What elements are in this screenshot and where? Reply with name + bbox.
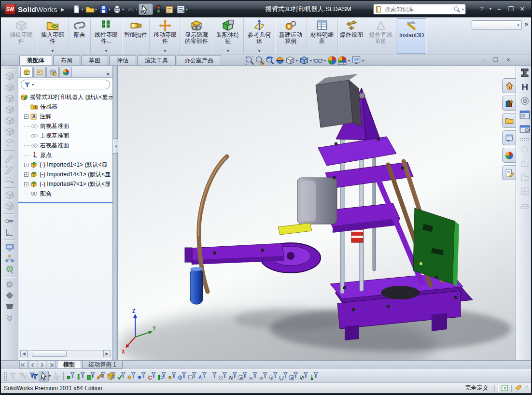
ribbon-button-2[interactable]: 配合 [69, 18, 91, 54]
tree-item-8[interactable]: +(-) Imported14<1> (默认<显 [19, 169, 112, 179]
ribbon-button-9[interactable]: 新建运动算例 [275, 18, 307, 54]
command-tab-1[interactable]: 布局 [53, 55, 80, 65]
resize-grip-icon[interactable]: ⠿ [525, 386, 528, 391]
minimize-button[interactable]: – [493, 3, 505, 14]
wire-cube-6-icon[interactable] [4, 127, 15, 137]
command-tab-5[interactable]: 办公室产品 [177, 55, 221, 65]
ribbon-combobox[interactable]: ▾ [472, 20, 522, 30]
dropdown-arrow-icon[interactable]: ▾ [95, 7, 97, 12]
ribbon-button-11[interactable]: 爆炸视图 [338, 18, 365, 54]
dropdown-arrow-icon[interactable]: ▾ [258, 49, 260, 53]
wire-cube-4-icon[interactable] [4, 105, 15, 114]
dropdown-arrow-icon[interactable]: ▾ [105, 49, 107, 53]
tree-item-4[interactable]: 上视基准面 [19, 131, 112, 141]
library-panel-icon[interactable] [519, 110, 531, 120]
filter-toggle-button[interactable] [8, 371, 18, 381]
tree-item-10[interactable]: 配合 [19, 189, 112, 198]
wire-cube-1-icon[interactable] [4, 71, 15, 81]
file-properties-button[interactable] [164, 3, 175, 15]
wire-cube-2-icon[interactable] [4, 83, 15, 92]
filter-sketches-button[interactable] [116, 371, 126, 381]
ribbon-button-6[interactable]: 显示隐藏的零部件 [181, 18, 212, 54]
doc-close-button[interactable]: ✕ [504, 56, 513, 64]
expand-icon[interactable]: + [24, 114, 28, 119]
dropdown-arrow-icon[interactable]: ▾ [324, 58, 326, 63]
task-pane-tab-view-palette[interactable] [502, 130, 516, 145]
prev-tab-button[interactable] [28, 361, 37, 369]
command-tab-0[interactable]: 装配体 [19, 55, 52, 65]
ribbon-overflow-icon[interactable]: » [525, 20, 528, 28]
undo-button[interactable]: ▾ [125, 3, 139, 15]
zoom-area-button[interactable] [255, 56, 265, 65]
task-pane-tab-appearances[interactable] [502, 148, 516, 163]
dropdown-arrow-icon[interactable]: ▾ [136, 7, 138, 12]
command-tab-2[interactable]: 草图 [81, 55, 108, 65]
tree-filter-box[interactable]: ▾ [21, 80, 110, 89]
tree-scrollbar[interactable]: ◀ ▶ [20, 350, 111, 357]
doc-tab-1[interactable]: 运动算例 1 [82, 361, 123, 369]
new-doc-button[interactable]: ▾ [71, 3, 84, 15]
quick-tip-icon[interactable]: ? [501, 384, 508, 392]
filter-cosmetic-threads-button[interactable] [298, 371, 308, 381]
tree-item-6[interactable]: 原点 [19, 150, 112, 160]
forming-tool-4-icon[interactable] [519, 186, 531, 197]
filter-sketch-points-button[interactable] [136, 371, 146, 381]
scroll-thumb[interactable] [32, 351, 67, 357]
configurationmanager-tab[interactable] [46, 67, 59, 77]
filter-dropdown-icon[interactable]: ▾ [32, 83, 34, 87]
search-input[interactable] [384, 5, 452, 13]
wire-cube-5-icon[interactable] [4, 116, 15, 126]
ribbon-button-0[interactable]: 编辑零部件 [6, 18, 37, 54]
filter-clear-all-button[interactable] [18, 371, 28, 381]
previous-view-button[interactable] [265, 56, 275, 65]
filter-hatch-button[interactable] [258, 371, 268, 381]
filter-edges-button[interactable] [75, 371, 85, 381]
instance-a-icon[interactable] [4, 190, 15, 200]
dropdown-arrow-icon[interactable]: ▾ [150, 7, 152, 12]
featuremanager-tab[interactable] [20, 67, 33, 77]
apply-scene-button[interactable]: ▾ [337, 56, 351, 65]
scroll-track[interactable] [28, 350, 103, 357]
scroll-right-icon[interactable]: ▶ [103, 350, 111, 357]
graphics-viewport[interactable]: Z Y X [118, 66, 517, 360]
filter-surface-bodies-button[interactable] [96, 371, 106, 381]
filter-datums-button[interactable] [217, 371, 227, 381]
command-tab-4[interactable]: 渲染工具 [137, 55, 176, 65]
search-dropdown-icon[interactable]: ▾ [462, 7, 464, 12]
dropdown-arrow-icon[interactable]: ▾ [82, 7, 84, 12]
dropdown-arrow-icon[interactable]: ▾ [109, 7, 111, 12]
open-button[interactable]: ▾ [84, 3, 98, 15]
3d-model-rocker-arm-printer[interactable]: Z Y X [118, 66, 517, 360]
print-button[interactable]: ▾ [112, 3, 125, 15]
task-pane-tab-custom-properties[interactable] [502, 165, 516, 180]
dropdown-arrow-icon[interactable]: ▾ [164, 49, 166, 53]
section-view-button[interactable] [275, 56, 285, 65]
filter-solid-bodies-button[interactable] [106, 371, 116, 381]
filter-weld-beads-button[interactable] [278, 371, 288, 381]
last-tab-button[interactable] [47, 361, 56, 369]
sketch-icon[interactable] [4, 153, 15, 163]
convert-entities-icon[interactable] [4, 175, 15, 185]
forming-tool-3-icon[interactable] [519, 172, 531, 183]
close-button[interactable]: ✕ [517, 3, 528, 14]
expand-icon[interactable]: + [24, 163, 28, 167]
tree-item-2[interactable]: +A注解 [19, 112, 112, 121]
panel-tabs-overflow[interactable]: » [106, 71, 112, 77]
filter-weld-symbols-button[interactable] [248, 371, 258, 381]
wire-cube-3-icon[interactable] [4, 94, 15, 103]
dropdown-arrow-icon[interactable]: ▾ [186, 7, 188, 12]
tree-item-1[interactable]: 传感器 [19, 102, 112, 112]
ribbon-button-12[interactable]: 爆炸直线草图 [365, 18, 397, 54]
tag-icon[interactable] [515, 384, 522, 392]
appearances-tab[interactable] [59, 67, 72, 77]
scroll-left-icon[interactable]: ◀ [20, 350, 28, 357]
bin-icon[interactable] [4, 302, 15, 311]
help-dropdown-icon[interactable]: ▾ [488, 3, 493, 14]
filter-planes-button[interactable] [187, 371, 197, 381]
filter-sketch-segments-button[interactable] [126, 371, 136, 381]
filter-faces-button[interactable] [85, 371, 96, 381]
dropdown-arrow-icon[interactable]: ▾ [362, 58, 364, 63]
rebuild-button[interactable] [153, 3, 164, 15]
select-other-button[interactable] [52, 371, 62, 381]
help-button[interactable]: ? [476, 3, 488, 14]
